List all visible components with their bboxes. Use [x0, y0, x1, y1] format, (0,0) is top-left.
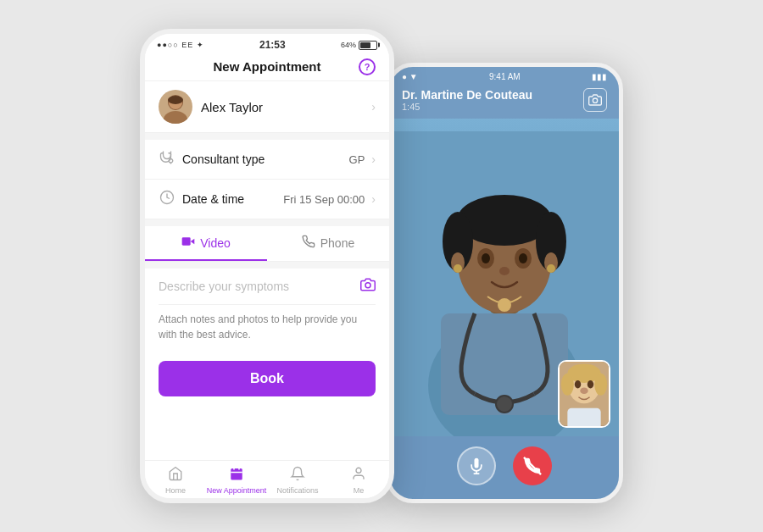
symptoms-section: Describe your symptoms Attach notes and …: [145, 269, 389, 351]
appointment-phone: ●●○○ EE ✦ 21:53 64% New Appointment ? Al…: [140, 29, 394, 503]
symptoms-input-row: Describe your symptoms: [159, 277, 376, 305]
nav-home-label: Home: [165, 486, 186, 495]
chevron-right-icon: ›: [371, 100, 376, 114]
new-appointment-icon: [229, 466, 244, 485]
media-type-tabs: Video Phone: [145, 226, 389, 262]
self-view-thumbnail: [558, 360, 610, 428]
consultant-type-row[interactable]: Consultant type GP ›: [145, 140, 389, 180]
svg-point-28: [454, 264, 462, 273]
svg-point-32: [498, 298, 511, 312]
form-section: Consultant type GP › Date & time Fri 15 …: [145, 140, 389, 219]
svg-point-36: [561, 374, 574, 396]
nav-new-appt-label: New Appointment: [207, 486, 267, 495]
time-display: 21:53: [259, 39, 286, 51]
date-time-row[interactable]: Date & time Fri 15 Sep 00:00 ›: [145, 180, 389, 219]
svg-point-13: [593, 98, 597, 103]
svg-point-24: [519, 253, 527, 263]
chevron-right-icon: ›: [371, 192, 376, 206]
nav-item-me[interactable]: Me: [328, 466, 389, 495]
svg-rect-8: [231, 468, 242, 480]
book-section: Book: [145, 351, 389, 407]
video-signal: ● ▼: [402, 72, 418, 81]
svg-point-7: [365, 283, 370, 288]
video-time: 9:41 AM: [489, 72, 521, 81]
home-icon: [168, 466, 183, 485]
help-icon[interactable]: ?: [359, 58, 376, 75]
battery-icon: [359, 41, 377, 50]
nav-notifications-label: Notifications: [276, 486, 318, 495]
bottom-navigation: Home New Appointment Notifications: [145, 460, 389, 498]
phone-icon: [302, 235, 315, 251]
svg-point-31: [496, 396, 513, 413]
svg-point-29: [547, 264, 555, 273]
section-divider-2: [145, 219, 389, 226]
nav-item-new-appointment[interactable]: New Appointment: [206, 466, 267, 495]
mute-button[interactable]: [457, 446, 496, 485]
date-time-value: Fri 15 Sep 00:00: [283, 193, 365, 206]
call-duration: 1:45: [402, 102, 532, 112]
video-call-header: Dr. Martine De Couteau 1:45: [390, 83, 619, 119]
svg-point-1: [164, 111, 187, 124]
video-status-bar: ● ▼ 9:41 AM ▮▮▮: [390, 67, 619, 83]
consultant-type-value: GP: [349, 153, 365, 166]
symptoms-placeholder[interactable]: Describe your symptoms: [159, 280, 289, 293]
svg-point-40: [580, 388, 588, 394]
consultant-type-label: Consultant type: [182, 152, 343, 166]
nav-item-home[interactable]: Home: [145, 466, 206, 495]
end-call-button[interactable]: [513, 446, 552, 485]
avatar: [159, 90, 192, 124]
chevron-right-icon: ›: [371, 152, 376, 166]
camera-attach-icon[interactable]: [360, 277, 376, 296]
svg-point-37: [594, 374, 607, 396]
nav-item-notifications[interactable]: Notifications: [267, 466, 328, 495]
stethoscope-icon: [159, 150, 175, 169]
signal-indicator: ●●○○ EE ✦: [157, 41, 204, 49]
section-divider-3: [145, 262, 389, 269]
patient-name: Alex Taylor: [201, 100, 363, 114]
clock-icon: [159, 190, 175, 208]
battery-area: 64%: [341, 41, 377, 50]
patient-row[interactable]: Alex Taylor ›: [145, 81, 389, 133]
page-header: New Appointment ?: [145, 53, 389, 81]
svg-point-25: [499, 267, 510, 275]
nav-me-label: Me: [354, 486, 365, 495]
phone-tab-label: Phone: [320, 236, 354, 250]
video-tab-label: Video: [200, 236, 231, 250]
svg-rect-41: [567, 408, 600, 426]
section-divider-1: [145, 133, 389, 140]
svg-point-23: [482, 253, 490, 263]
book-button[interactable]: Book: [159, 361, 376, 396]
video-battery: ▮▮▮: [592, 72, 607, 81]
tab-video[interactable]: Video: [145, 226, 267, 261]
call-controls: [390, 436, 619, 499]
svg-point-39: [588, 380, 593, 388]
video-call-phone: ● ▼ 9:41 AM ▮▮▮ Dr. Martine De Couteau 1…: [386, 63, 623, 503]
remote-video: [390, 119, 619, 436]
caller-info: Dr. Martine De Couteau 1:45: [402, 88, 532, 112]
video-icon: [181, 235, 195, 251]
page-title: New Appointment: [214, 59, 321, 74]
tab-phone[interactable]: Phone: [267, 226, 389, 261]
status-bar-left: ●●○○ EE ✦ 21:53 64%: [145, 34, 389, 53]
flip-camera-button[interactable]: [583, 88, 607, 112]
svg-rect-6: [182, 237, 191, 245]
me-icon: [351, 466, 366, 485]
caller-name: Dr. Martine De Couteau: [402, 88, 532, 102]
svg-point-3: [168, 96, 183, 104]
date-time-label: Date & time: [182, 192, 276, 206]
symptoms-hint: Attach notes and photos to help provide …: [159, 312, 376, 342]
svg-point-38: [575, 380, 581, 388]
battery-pct: 64%: [341, 41, 356, 49]
notifications-icon: [290, 466, 305, 485]
svg-point-12: [356, 468, 361, 473]
